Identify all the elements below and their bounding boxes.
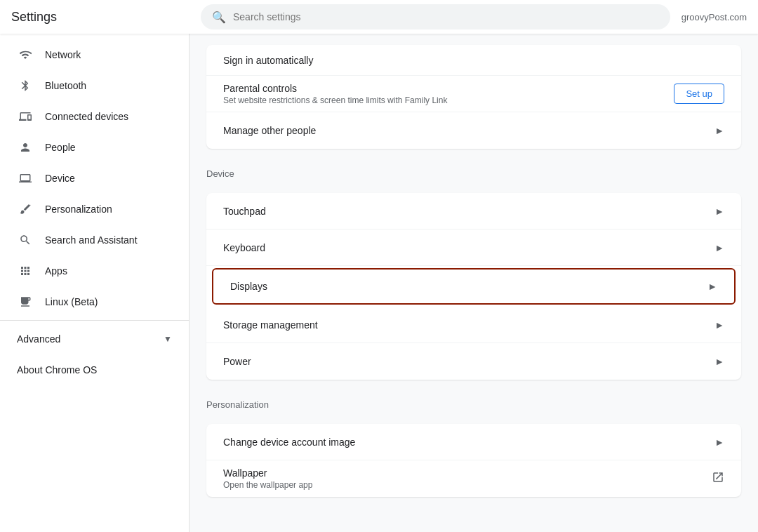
main-layout: Network Bluetooth Connected devices Peop…	[0, 34, 758, 532]
sidebar-item-device[interactable]: Device	[0, 163, 189, 194]
search-icon: 🔍	[212, 11, 226, 24]
external-link-icon	[712, 471, 724, 486]
wallpaper-title: Wallpaper	[223, 467, 712, 479]
header: Settings 🔍 groovyPost.com	[0, 0, 758, 34]
keyboard-chevron: ►	[714, 242, 724, 253]
bluetooth-icon	[17, 79, 34, 92]
sign-in-auto-item[interactable]: Sign in automatically	[206, 45, 741, 76]
people-top-card: Sign in automatically Parental controls …	[206, 45, 741, 149]
laptop-icon	[17, 172, 34, 185]
sidebar-item-linux[interactable]: Linux (Beta)	[0, 286, 189, 317]
chevron-down-icon: ▼	[164, 334, 172, 344]
terminal-icon	[17, 295, 34, 308]
touchpad-text: Touchpad	[223, 206, 709, 217]
sidebar-divider	[0, 320, 189, 321]
sidebar-apps-label: Apps	[45, 265, 67, 277]
parental-controls-title: Parental controls	[223, 83, 674, 94]
displays-chevron: ►	[707, 281, 717, 292]
parental-controls-text: Parental controls Set website restrictio…	[223, 83, 674, 105]
personalization-section-title: Personalization	[190, 388, 758, 415]
search-bar[interactable]: 🔍	[201, 4, 670, 29]
sidebar-item-people[interactable]: People	[0, 132, 189, 163]
sidebar-item-about[interactable]: About Chrome OS	[0, 354, 189, 385]
sidebar-network-label: Network	[45, 49, 81, 60]
sidebar-about-label: About Chrome OS	[17, 364, 97, 375]
power-text: Power	[223, 356, 709, 367]
power-item[interactable]: Power ►	[206, 343, 741, 380]
storage-management-title: Storage management	[223, 319, 709, 331]
touchpad-item[interactable]: Touchpad ►	[206, 193, 741, 230]
displays-text: Displays	[230, 281, 702, 292]
search-input[interactable]	[233, 11, 659, 22]
touchpad-title: Touchpad	[223, 206, 709, 217]
change-account-image-item[interactable]: Change device account image ►	[206, 424, 741, 460]
apps-icon	[17, 265, 34, 277]
sidebar-device-label: Device	[45, 173, 75, 184]
devices-icon	[17, 110, 34, 123]
power-title: Power	[223, 356, 709, 367]
wallpaper-text: Wallpaper Open the wallpaper app	[223, 467, 712, 490]
person-icon	[17, 141, 34, 154]
manage-people-title: Manage other people	[223, 125, 709, 136]
sidebar-item-connected-devices[interactable]: Connected devices	[0, 101, 189, 132]
sidebar-search-assistant-label: Search and Assistant	[45, 234, 138, 246]
sidebar-linux-label: Linux (Beta)	[45, 296, 98, 307]
change-account-image-title: Change device account image	[223, 437, 709, 448]
wallpaper-subtitle: Open the wallpaper app	[223, 480, 712, 490]
sidebar-item-network[interactable]: Network	[0, 39, 189, 70]
sign-in-auto-label: Sign in automatically	[223, 55, 313, 66]
storage-management-chevron: ►	[714, 319, 724, 331]
wifi-icon	[17, 48, 34, 61]
device-section-title: Device	[190, 157, 758, 185]
manage-people-text: Manage other people	[223, 125, 709, 136]
sidebar-item-personalization[interactable]: Personalization	[0, 194, 189, 225]
sidebar-people-label: People	[45, 142, 76, 153]
personalization-card: Change device account image ► Wallpaper …	[206, 424, 741, 497]
parental-controls-item[interactable]: Parental controls Set website restrictio…	[206, 76, 741, 112]
sidebar: Network Bluetooth Connected devices Peop…	[0, 34, 190, 532]
power-chevron: ►	[714, 356, 724, 367]
change-account-image-chevron: ►	[714, 437, 724, 448]
touchpad-chevron: ►	[714, 206, 724, 217]
sidebar-item-bluetooth[interactable]: Bluetooth	[0, 70, 189, 101]
parental-controls-subtitle: Set website restrictions & screen time l…	[223, 95, 674, 105]
manage-people-item[interactable]: Manage other people ►	[206, 112, 741, 149]
sidebar-personalization-label: Personalization	[45, 204, 112, 215]
change-account-image-text: Change device account image	[223, 437, 709, 448]
manage-people-chevron: ►	[714, 125, 724, 136]
displays-title: Displays	[230, 281, 702, 292]
displays-item[interactable]: Displays ►	[212, 268, 736, 305]
storage-management-item[interactable]: Storage management ►	[206, 307, 741, 343]
sidebar-item-advanced[interactable]: Advanced ▼	[0, 324, 189, 354]
brand-label: groovyPost.com	[681, 12, 747, 22]
sidebar-connected-devices-label: Connected devices	[45, 111, 128, 122]
keyboard-item[interactable]: Keyboard ►	[206, 230, 741, 266]
keyboard-text: Keyboard	[223, 242, 709, 253]
sidebar-item-search-assistant[interactable]: Search and Assistant	[0, 225, 189, 255]
device-card: Touchpad ► Keyboard ► Displays ►	[206, 193, 741, 380]
brush-icon	[17, 203, 34, 215]
keyboard-title: Keyboard	[223, 242, 709, 253]
sidebar-bluetooth-label: Bluetooth	[45, 80, 86, 91]
wallpaper-item[interactable]: Wallpaper Open the wallpaper app	[206, 460, 741, 497]
search-nav-icon	[17, 234, 34, 246]
sidebar-advanced-label: Advanced	[17, 333, 60, 345]
content-area: Sign in automatically Parental controls …	[190, 34, 758, 532]
settings-title: Settings	[11, 10, 201, 25]
storage-management-text: Storage management	[223, 319, 709, 331]
setup-button[interactable]: Set up	[674, 84, 724, 104]
sidebar-item-apps[interactable]: Apps	[0, 255, 189, 286]
